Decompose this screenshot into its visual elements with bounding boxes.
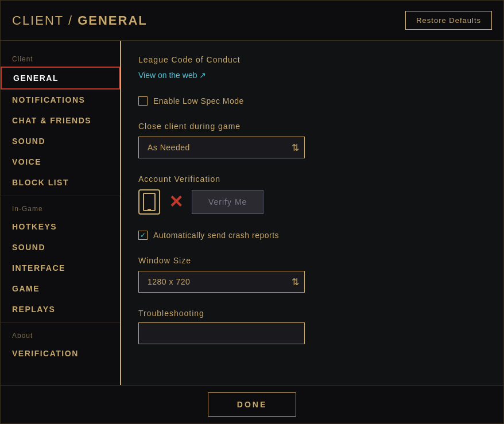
x-mark-icon: ✕	[169, 193, 183, 211]
sidebar-item-block-list[interactable]: BLOCK LIST	[1, 172, 120, 193]
title-light: CLIENT /	[12, 13, 77, 28]
account-verification-label: Account Verification	[138, 174, 486, 184]
close-client-label: Close client during game	[138, 122, 486, 131]
code-of-conduct-section: League Code of Conduct View on the web ↗	[138, 55, 486, 80]
sidebar-divider	[1, 196, 120, 196]
close-client-dropdown[interactable]: As Needed Never Always	[138, 137, 305, 158]
low-spec-row: Enable Low Spec Mode	[138, 96, 486, 106]
crash-reports-checkbox[interactable]	[138, 231, 148, 240]
sidebar-item-game[interactable]: GAME	[1, 278, 120, 299]
crash-reports-label: Automatically send crash reports	[153, 231, 279, 240]
verification-row: ✕ Verify Me	[138, 189, 486, 215]
app-container: CLIENT / GENERAL Restore Defaults Client…	[0, 0, 504, 424]
external-link-icon: ↗	[199, 71, 206, 80]
sidebar: Client GENERAL NOTIFICATIONS CHAT & FRIE…	[1, 41, 121, 385]
sidebar-item-chat-friends[interactable]: CHAT & FRIENDS	[1, 110, 120, 131]
sidebar-item-voice[interactable]: VOICE	[1, 151, 120, 172]
page-title: CLIENT / GENERAL	[12, 13, 148, 28]
crash-reports-section: Automatically send crash reports	[138, 231, 486, 240]
title-bold: GENERAL	[77, 13, 148, 28]
client-group-label: Client	[1, 49, 120, 67]
window-size-dropdown-wrapper: 1280 x 720 1920 x 1080 2560 x 1440 ⇅	[138, 271, 305, 293]
sidebar-item-hotkeys[interactable]: HOTKEYS	[1, 216, 120, 237]
window-size-label: Window Size	[138, 256, 486, 265]
header: CLIENT / GENERAL Restore Defaults	[1, 1, 503, 41]
code-of-conduct-label: League Code of Conduct	[138, 55, 486, 64]
footer: DONE	[1, 385, 503, 423]
low-spec-label: Enable Low Spec Mode	[153, 96, 244, 106]
troubleshooting-section: Troubleshooting	[138, 309, 486, 344]
troubleshooting-input[interactable]	[138, 322, 305, 344]
phone-icon	[138, 189, 160, 215]
view-on-web-link[interactable]: View on the web ↗	[138, 71, 206, 80]
low-spec-checkbox[interactable]	[138, 96, 148, 106]
low-spec-section: Enable Low Spec Mode	[138, 96, 486, 106]
account-verification-section: Account Verification ✕ Verify Me	[138, 174, 486, 215]
troubleshooting-label: Troubleshooting	[138, 309, 486, 318]
sidebar-item-notifications[interactable]: NOTIFICATIONS	[1, 90, 120, 110]
close-client-section: Close client during game As Needed Never…	[138, 122, 486, 158]
sidebar-item-replays[interactable]: REPLAYS	[1, 299, 120, 320]
sidebar-item-sound[interactable]: SOUND	[1, 131, 120, 151]
window-size-section: Window Size 1280 x 720 1920 x 1080 2560 …	[138, 256, 486, 293]
done-button[interactable]: DONE	[208, 392, 296, 417]
sidebar-item-sound-ingame[interactable]: SOUND	[1, 237, 120, 258]
sidebar-item-interface[interactable]: INTERFACE	[1, 258, 120, 278]
ingame-group-label: In-Game	[1, 199, 120, 216]
sidebar-item-verification[interactable]: VERIFICATION	[1, 343, 120, 364]
verify-me-button[interactable]: Verify Me	[192, 190, 263, 214]
restore-defaults-button[interactable]: Restore Defaults	[405, 11, 492, 30]
about-group-label: About	[1, 326, 120, 343]
close-client-dropdown-wrapper: As Needed Never Always ⇅	[138, 137, 305, 158]
sidebar-item-general[interactable]: GENERAL	[1, 67, 120, 90]
window-size-dropdown[interactable]: 1280 x 720 1920 x 1080 2560 x 1440	[138, 271, 305, 293]
content-area: League Code of Conduct View on the web ↗…	[121, 41, 503, 385]
crash-reports-row: Automatically send crash reports	[138, 231, 486, 240]
sidebar-divider-2	[1, 322, 120, 323]
main-layout: Client GENERAL NOTIFICATIONS CHAT & FRIE…	[1, 41, 503, 385]
